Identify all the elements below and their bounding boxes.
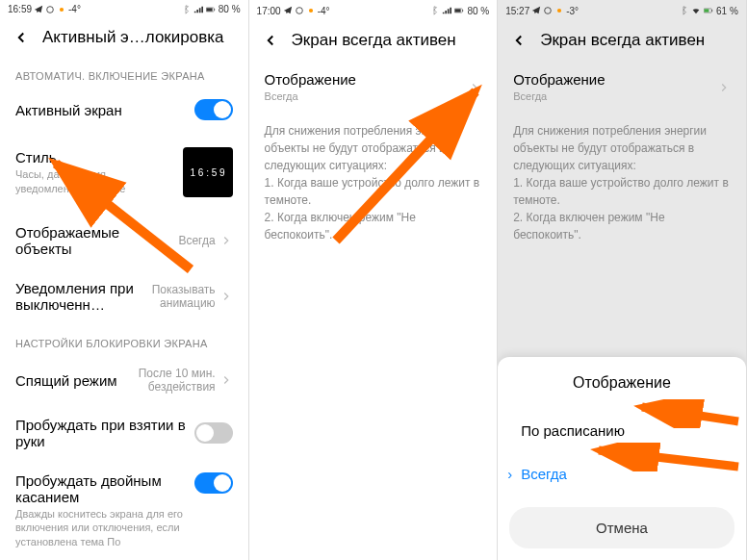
- chevron-right-icon: [219, 234, 233, 247]
- toggle-wake-tap[interactable]: [194, 472, 233, 494]
- back-button[interactable]: [261, 31, 280, 50]
- row-value: Всегда: [178, 234, 215, 247]
- toggle-wake-hand[interactable]: [194, 422, 233, 444]
- status-time: 16:59: [8, 4, 32, 14]
- statusbar: 15:27 -3° 61 %: [498, 0, 746, 21]
- sun-icon: [306, 6, 316, 15]
- row-label: Активный экран: [15, 102, 194, 118]
- circle-icon: [45, 5, 55, 14]
- header: Экран всегда активен: [498, 21, 746, 60]
- section-header-lock: НАСТРОЙКИ БЛОКИРОВКИ ЭКРАНА: [0, 324, 248, 355]
- row-wake-hand[interactable]: Пробуждать при взятии в руки: [0, 405, 248, 461]
- chevron-right-icon: [219, 373, 233, 387]
- sheet-title: Отображение: [498, 357, 746, 409]
- bluetooth-icon: [429, 6, 439, 15]
- description-text: Для снижения потребления энергии объекты…: [249, 115, 498, 251]
- sheet-cancel-button[interactable]: Отмена: [509, 507, 734, 548]
- svg-point-14: [545, 8, 552, 14]
- svg-point-7: [296, 8, 302, 14]
- svg-rect-18: [711, 10, 712, 12]
- row-label: Отображаемые объекты: [15, 224, 178, 257]
- svg-point-1: [60, 7, 64, 11]
- svg-rect-4: [214, 9, 215, 11]
- telegram-icon: [283, 6, 293, 15]
- screen-2: 17:00 -4° 80 % Экран всегда активен Отоб…: [249, 0, 499, 560]
- status-battery: 80 %: [219, 4, 241, 14]
- status-battery: 80 %: [467, 6, 489, 16]
- svg-point-15: [557, 9, 561, 13]
- svg-point-0: [47, 6, 54, 13]
- signal-icon: [193, 5, 203, 14]
- row-subtitle: Дважды коснитесь экрана для его включени…: [15, 507, 194, 548]
- screen-3: 15:27 -3° 61 % Экран всегда активен Отоб…: [498, 0, 747, 560]
- row-display[interactable]: Отображение Всегда: [249, 60, 498, 115]
- chevron-left-icon: [262, 32, 279, 49]
- status-temp: -3°: [566, 6, 579, 16]
- description-text: Для снижения потребления энергии объекты…: [498, 115, 746, 251]
- row-label: Спящий режим: [15, 372, 129, 389]
- status-time: 17:00: [257, 6, 281, 16]
- header: Активный э…локировка: [0, 18, 248, 57]
- row-label: Уведомления при выключенн…: [15, 280, 139, 313]
- row-displayed-objects[interactable]: Отображаемые объекты Всегда: [0, 213, 248, 268]
- back-button[interactable]: [509, 31, 528, 50]
- row-label: Отображение: [265, 71, 469, 88]
- back-button[interactable]: [12, 28, 31, 47]
- chevron-right-icon: [468, 81, 481, 94]
- row-value: Всегда: [513, 89, 717, 103]
- bluetooth-icon: [181, 5, 191, 14]
- status-battery: 61 %: [716, 6, 738, 16]
- row-wake-tap[interactable]: Пробуждать двойным касанием Дважды косни…: [0, 461, 248, 560]
- svg-rect-11: [463, 10, 464, 12]
- svg-rect-3: [206, 8, 212, 11]
- telegram-icon: [531, 6, 541, 15]
- chevron-left-icon: [13, 29, 30, 46]
- row-style[interactable]: Стиль Часы, дата, время, уведомления и д…: [0, 132, 248, 213]
- svg-point-8: [309, 9, 313, 13]
- row-display: Отображение Всегда: [498, 60, 746, 115]
- chevron-left-icon: [510, 32, 528, 49]
- sun-icon: [554, 6, 564, 15]
- row-label: Пробуждать при взятии в руки: [15, 417, 194, 449]
- statusbar: 17:00 -4° 80 %: [249, 0, 498, 21]
- sheet-option-always[interactable]: Всегда: [498, 452, 746, 496]
- battery-icon: [454, 6, 464, 15]
- bottom-sheet: Отображение По расписанию Всегда Отмена: [498, 357, 746, 560]
- page-title: Экран всегда активен: [292, 31, 456, 50]
- sheet-option-schedule[interactable]: По расписанию: [498, 409, 746, 452]
- status-temp: -4°: [318, 6, 330, 16]
- circle-icon: [543, 6, 553, 15]
- row-notifications[interactable]: Уведомления при выключенн… Показывать ан…: [0, 268, 248, 324]
- wifi-icon: [691, 6, 701, 15]
- header: Экран всегда активен: [249, 21, 498, 60]
- status-time: 15:27: [505, 6, 529, 16]
- row-value: Показывать анимацию: [139, 283, 216, 310]
- row-sleep[interactable]: Спящий режим После 10 мин. бездействия: [0, 355, 248, 405]
- svg-rect-17: [704, 9, 708, 12]
- battery-icon: [704, 6, 713, 15]
- statusbar: 16:59 -4° 80 %: [0, 0, 248, 18]
- bluetooth-icon: [679, 6, 688, 15]
- page-title: Активный э…локировка: [42, 28, 224, 47]
- battery-icon: [206, 5, 216, 14]
- sun-icon: [57, 5, 66, 14]
- svg-rect-10: [455, 9, 461, 12]
- screen-1: 16:59 -4° 80 % Активный э…локировка АВТО…: [0, 0, 249, 560]
- row-active-screen[interactable]: Активный экран: [0, 88, 248, 132]
- row-label: Пробуждать двойным касанием: [15, 472, 194, 505]
- row-subtitle: Часы, дата, время, уведомления и другие: [15, 167, 175, 195]
- row-value: Всегда: [265, 89, 469, 103]
- status-temp: -4°: [68, 4, 81, 14]
- toggle-active-screen[interactable]: [194, 99, 233, 120]
- row-label: Стиль: [15, 149, 175, 165]
- signal-icon: [442, 6, 451, 15]
- section-header-auto: АВТОМАТИЧ. ВКЛЮЧЕНИЕ ЭКРАНА: [0, 57, 248, 88]
- chevron-right-icon: [717, 81, 731, 94]
- telegram-icon: [34, 5, 43, 14]
- circle-icon: [295, 6, 304, 15]
- style-thumbnail: 1 6 : 5 9: [183, 147, 233, 197]
- row-value: После 10 мин. бездействия: [129, 367, 216, 394]
- row-label: Отображение: [513, 71, 717, 88]
- chevron-right-icon: [219, 290, 233, 303]
- page-title: Экран всегда активен: [540, 31, 705, 50]
